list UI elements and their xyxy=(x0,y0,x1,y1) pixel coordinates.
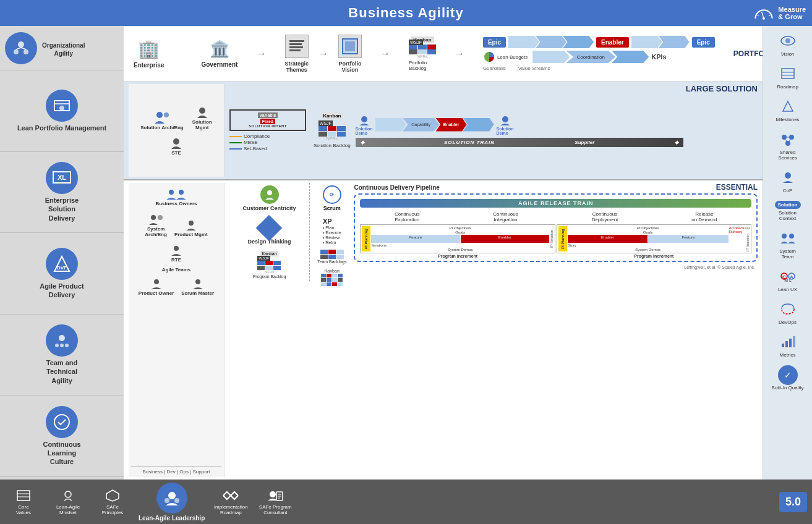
lean-ux-icon: C A M L xyxy=(779,267,797,285)
system-arch-role: SystemArch/Eng xyxy=(145,213,167,237)
lean-agile-mindset-icon xyxy=(59,489,77,502)
team-backlogs-label: Team Backlogs xyxy=(317,260,346,264)
enterprise-solution-label: EnterpriseSolutionDelivery xyxy=(45,196,79,222)
right-metrics[interactable]: Metrics xyxy=(763,329,812,361)
bottom-core-values[interactable]: Core Values xyxy=(5,489,42,515)
kanban-row1 xyxy=(409,44,436,49)
header-title: Business Agility xyxy=(348,5,463,21)
header-measure: Measure& Grow xyxy=(753,6,806,20)
portfolio-backlog-label: Portfolio Backlog xyxy=(409,60,436,71)
product-owner-role: Product Owner xyxy=(139,277,174,296)
arrow-right: → xyxy=(256,48,266,59)
customer-icon xyxy=(260,185,279,204)
svg-text:XL: XL xyxy=(58,174,66,181)
svg-point-19 xyxy=(60,344,64,347)
right-milestones[interactable]: Milestones xyxy=(763,94,812,125)
lean-agile-leadership[interactable]: Lean-Agile Leadership xyxy=(139,483,205,522)
svg-point-58 xyxy=(782,234,787,239)
watermark: Leffingwell, et al. © Scaled Agile, Inc. xyxy=(354,264,758,271)
version-badge: 5.0 xyxy=(779,492,807,512)
enterprise-row: 🏢 Enterprise 🏛️ Government → xyxy=(124,26,763,82)
bottom-lean-agile-mindset[interactable]: Lean-Agile Mindset xyxy=(49,489,87,515)
right-devops[interactable]: DevOps xyxy=(763,297,812,328)
business-owners-role: Business Owners xyxy=(155,187,197,206)
scrum-label: Scrum xyxy=(323,205,341,211)
svg-text:DVF: DVF xyxy=(57,265,67,271)
right-lean-ux[interactable]: C A M L Lean UX xyxy=(763,264,812,295)
essential-title: ESSENTIAL xyxy=(716,183,758,192)
safe-consultant-icon xyxy=(267,489,284,502)
built-quality-icon: ✓ xyxy=(778,365,798,385)
svg-point-77 xyxy=(270,491,276,497)
cc-section: Customer Centricity Design Thinking xyxy=(229,183,310,281)
svg-marker-50 xyxy=(783,101,793,111)
svg-point-32 xyxy=(361,116,367,122)
svg-rect-69 xyxy=(17,491,30,501)
cdp-box: AGILE RELEASE TRAIN ContinuousExploratio… xyxy=(354,193,758,262)
roadmap-icon xyxy=(779,64,797,83)
svg-point-35 xyxy=(179,190,184,195)
solution-arch-role: Solution Arch/Eng xyxy=(140,110,183,130)
svg-rect-23 xyxy=(289,46,303,48)
cdp-title: Continuous Delivery Pipeline xyxy=(354,184,439,191)
sidebar-item-enterprise-solution[interactable]: XL EnterpriseSolutionDelivery xyxy=(0,152,124,234)
vision-icon xyxy=(779,32,797,50)
sidebar-item-continuous-learning[interactable]: ContinuousLearningCulture xyxy=(0,395,124,477)
svg-rect-22 xyxy=(289,43,302,45)
svg-marker-73 xyxy=(106,490,119,501)
devops-icon xyxy=(779,300,797,318)
coordination-label: Coordination xyxy=(566,51,615,63)
program-backlog-label: Program Backlog xyxy=(253,274,286,279)
right-sidebar: Vision Roadmap Milestones Shared Service… xyxy=(763,26,812,480)
svg-marker-44 xyxy=(264,223,274,233)
svg-point-16 xyxy=(59,335,65,341)
right-roadmap[interactable]: Roadmap xyxy=(763,61,812,93)
bottom-safe-consultant[interactable]: SAFe Program Consultant xyxy=(257,489,294,515)
svg-rect-26 xyxy=(345,41,355,51)
svg-point-11 xyxy=(59,106,64,111)
portfolio-vision-box: Portfolio Vision xyxy=(338,35,362,73)
lean-portfolio-icon xyxy=(46,90,78,122)
cop-icon xyxy=(779,168,797,187)
right-built-quality[interactable]: ✓ Built-In Quality xyxy=(763,362,812,394)
header: Business Agility Measure& Grow xyxy=(0,0,812,26)
scrum-master-role: Scrum Master xyxy=(181,277,214,296)
art-banner: AGILE RELEASE TRAIN xyxy=(360,199,751,208)
right-vision[interactable]: Vision xyxy=(763,28,812,60)
shared-services-icon xyxy=(779,130,797,148)
sidebar-item-team-technical[interactable]: Team andTechnicalAgility xyxy=(0,315,124,396)
team-technical-label: Team andTechnicalAgility xyxy=(46,358,78,385)
kanban-row2 xyxy=(409,49,436,54)
right-solution-context[interactable]: Solution Solution Context xyxy=(763,198,812,224)
right-cop[interactable]: CoP xyxy=(763,165,812,196)
bottom-safe-principles[interactable]: SAFe Principles xyxy=(94,489,131,515)
sidebar-item-agile-product[interactable]: DVF Agile ProductDelivery xyxy=(0,233,124,315)
xp-label: XP xyxy=(323,218,332,225)
program-increment-1: Program Increment xyxy=(360,254,555,258)
svg-point-75 xyxy=(165,498,169,503)
right-shared-services[interactable]: Shared Services xyxy=(763,127,812,164)
pi-strip-2: PI Planning xyxy=(558,226,567,251)
government-item: 🏛️ Government xyxy=(201,40,237,68)
government-label: Government xyxy=(201,61,237,68)
right-system-team[interactable]: System Team xyxy=(763,226,812,263)
continuous-learning-label: ContinuousLearningCulture xyxy=(43,440,80,467)
org-agility-label: OrganizationalAgility xyxy=(42,41,85,57)
bottom-implementation-roadmap[interactable]: Implementation Roadmap xyxy=(212,489,249,515)
org-agility-icon xyxy=(5,32,37,64)
sidebar-item-lean-portfolio[interactable]: Lean Portfolio Management xyxy=(0,70,124,152)
solution-backlog-label: Solution Backlog xyxy=(314,143,351,148)
metrics-icon xyxy=(779,332,797,351)
team-technical-icon xyxy=(46,324,78,357)
program-increment-2: Program Increment xyxy=(557,254,751,258)
scrum-icon: ⟳ xyxy=(323,185,341,204)
enterprise-solution-icon: XL xyxy=(46,162,78,194)
svg-point-20 xyxy=(54,415,69,429)
gauge-icon xyxy=(753,6,774,20)
guardrails-label: Guardrails xyxy=(483,66,506,71)
strategic-themes-box: Strategic Themes xyxy=(284,35,309,73)
left-sidebar: OrganizationalAgility Lean Portfolio Man… xyxy=(0,26,124,480)
svg-point-1 xyxy=(763,17,765,20)
svg-point-28 xyxy=(156,112,163,118)
svg-point-41 xyxy=(195,279,200,284)
